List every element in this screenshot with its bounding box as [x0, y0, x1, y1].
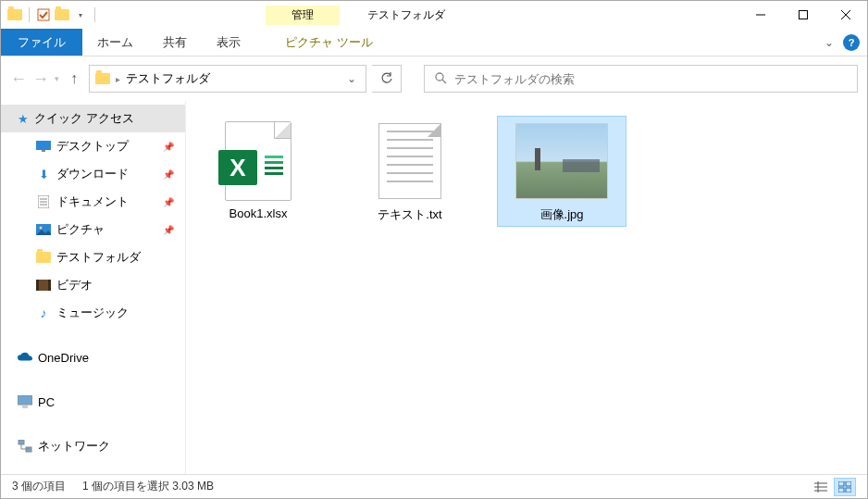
excel-file-icon: X [212, 119, 304, 203]
thumbnails-view-button[interactable] [834, 478, 856, 496]
svg-rect-17 [48, 280, 51, 291]
svg-point-14 [40, 227, 43, 230]
quick-access[interactable]: ★ クイック アクセス [1, 105, 185, 132]
history-dropdown-icon[interactable]: ▾ [55, 74, 59, 83]
search-box[interactable] [424, 65, 858, 93]
file-item-excel[interactable]: X Book1.xlsx [193, 116, 323, 224]
pin-icon: 📌 [163, 197, 174, 207]
svg-rect-16 [36, 280, 39, 291]
quick-access-toolbar: ▾ [1, 6, 99, 23]
tab-picture-tools[interactable]: ピクチャ ツール [270, 29, 388, 56]
sidebar-item-pictures[interactable]: ピクチャ 📌 [1, 216, 185, 243]
file-tab[interactable]: ファイル [1, 29, 82, 56]
up-button[interactable]: ↑ [65, 70, 83, 87]
sidebar-item-videos[interactable]: ビデオ [1, 271, 185, 299]
maximize-button[interactable] [782, 1, 825, 29]
svg-line-6 [442, 80, 446, 83]
properties-icon[interactable] [35, 6, 52, 23]
svg-rect-31 [838, 488, 844, 493]
body-area: ★ クイック アクセス デスクトップ 📌 ⬇ ダウンロード 📌 ドキュメント 📌… [1, 101, 867, 474]
address-bar[interactable]: ▸ テストフォルダ ⌄ [89, 65, 366, 93]
pin-icon: 📌 [163, 142, 174, 152]
folder-icon [36, 250, 51, 265]
sidebar-item-label: PC [38, 395, 55, 409]
forward-button[interactable]: → [32, 69, 49, 89]
svg-rect-18 [18, 395, 32, 405]
desktop-icon [36, 139, 51, 154]
separator [29, 7, 30, 22]
svg-rect-8 [42, 150, 45, 152]
qat-dropdown-icon[interactable]: ▾ [72, 6, 89, 23]
quick-access-label: クイック アクセス [34, 110, 134, 127]
pc-icon [18, 394, 32, 409]
breadcrumb[interactable]: テストフォルダ [126, 70, 210, 87]
sidebar-item-test-folder[interactable]: テストフォルダ [1, 243, 185, 271]
sidebar-item-pc[interactable]: PC [1, 388, 185, 416]
refresh-button[interactable] [372, 65, 402, 93]
sidebar-item-label: テストフォルダ [56, 249, 141, 266]
address-dropdown-icon[interactable]: ⌄ [343, 72, 360, 85]
window-controls [739, 1, 867, 29]
details-view-button[interactable] [810, 478, 832, 496]
search-icon [434, 71, 447, 87]
file-list[interactable]: X Book1.xlsx テキスト.txt 画像.jpg [186, 101, 867, 474]
file-name: 画像.jpg [540, 206, 584, 223]
help-icon[interactable]: ? [843, 34, 860, 51]
sidebar-item-label: ピクチャ [56, 221, 105, 238]
sidebar-item-desktop[interactable]: デスクトップ 📌 [1, 132, 185, 160]
minimize-button[interactable] [739, 1, 782, 29]
svg-rect-32 [846, 488, 851, 493]
svg-rect-19 [22, 405, 28, 408]
search-input[interactable] [454, 72, 848, 86]
crumb-separator-icon[interactable]: ▸ [116, 74, 120, 84]
sidebar-item-documents[interactable]: ドキュメント 📌 [1, 188, 185, 216]
svg-rect-20 [19, 440, 24, 444]
sidebar-item-downloads[interactable]: ⬇ ダウンロード 📌 [1, 160, 185, 188]
new-folder-icon[interactable] [54, 6, 70, 23]
pin-icon: 📌 [163, 225, 174, 235]
image-thumbnail [515, 119, 608, 203]
item-count: 3 個の項目 [12, 479, 66, 494]
onedrive-icon [18, 350, 32, 365]
close-button[interactable] [825, 1, 867, 29]
tab-home[interactable]: ホーム [82, 29, 148, 56]
separator [94, 7, 95, 22]
picture-icon [36, 222, 51, 237]
nav-arrows: ← → ▾ [10, 69, 59, 89]
folder-app-icon [6, 6, 23, 23]
download-icon: ⬇ [36, 167, 51, 181]
navigation-pane: ★ クイック アクセス デスクトップ 📌 ⬇ ダウンロード 📌 ドキュメント 📌… [1, 101, 186, 474]
svg-rect-29 [838, 481, 844, 486]
file-name: Book1.xlsx [229, 206, 288, 220]
expand-ribbon-icon[interactable]: ⌄ [825, 36, 834, 49]
sidebar-item-label: ミュージック [56, 305, 129, 321]
sidebar-item-label: ネットワーク [38, 438, 110, 455]
back-button[interactable]: ← [10, 69, 27, 89]
file-item-text[interactable]: テキスト.txt [345, 116, 475, 227]
text-file-icon [364, 119, 456, 203]
title-bar: ▾ 管理 テストフォルダ [1, 1, 867, 29]
sidebar-item-label: OneDrive [38, 351, 89, 365]
tab-view[interactable]: 表示 [202, 29, 255, 56]
file-item-image[interactable]: 画像.jpg [497, 116, 626, 227]
sidebar-item-network[interactable]: ネットワーク [1, 432, 185, 460]
contextual-tab-header: 管理 [266, 6, 340, 25]
star-icon: ★ [18, 112, 29, 126]
network-icon [18, 439, 32, 454]
sidebar-item-label: ドキュメント [56, 193, 129, 210]
navigation-bar: ← → ▾ ↑ ▸ テストフォルダ ⌄ [1, 56, 867, 101]
sidebar-item-label: ダウンロード [56, 166, 129, 182]
window-title: テストフォルダ [367, 7, 445, 23]
sidebar-item-music[interactable]: ♪ ミュージック [1, 299, 185, 327]
status-bar: 3 個の項目 1 個の項目を選択 3.03 MB [1, 474, 867, 498]
selection-info: 1 個の項目を選択 3.03 MB [82, 479, 214, 494]
svg-rect-0 [38, 9, 49, 20]
folder-icon [95, 73, 110, 84]
tab-share[interactable]: 共有 [148, 29, 202, 56]
document-icon [36, 194, 51, 209]
sidebar-item-label: ビデオ [56, 277, 93, 293]
video-icon [36, 278, 51, 293]
sidebar-item-onedrive[interactable]: OneDrive [1, 343, 185, 371]
svg-point-5 [436, 73, 443, 81]
svg-rect-2 [800, 11, 808, 19]
